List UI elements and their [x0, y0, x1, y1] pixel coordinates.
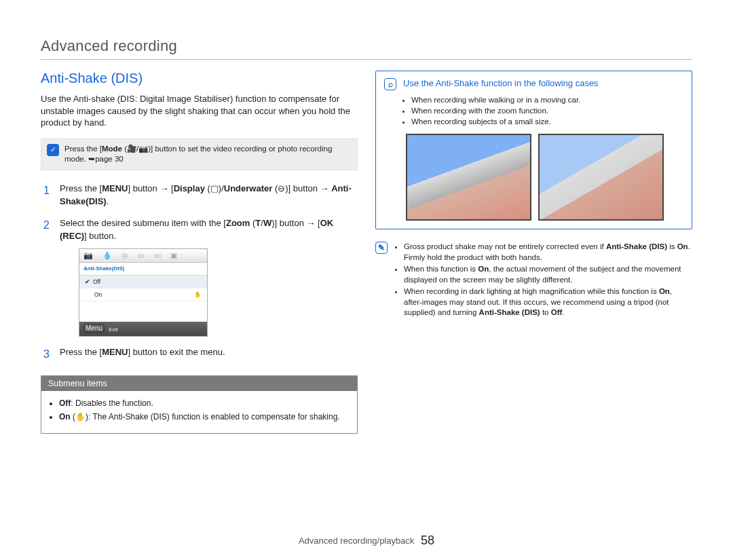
lcd-exit-bar: Menu Exit [79, 322, 207, 336]
footer-chapter: Advanced recording/playback [299, 536, 415, 546]
steps-list: Press the [MENU] button → [Display (▢)/U… [41, 183, 358, 359]
camera-icon: 📷 [83, 250, 93, 261]
step-3: Press the [MENU] button to exit the menu… [41, 346, 358, 359]
two-column-layout: Anti-Shake (DIS) Use the Anti-shake (DIS… [41, 71, 692, 434]
example-thumbnail-stable [538, 134, 664, 221]
divider [41, 59, 692, 60]
pencil-icon: ✎ [375, 242, 388, 254]
submenu-item-on: On (✋): The Anti-Shake (DIS) function is… [59, 411, 347, 422]
lcd-screenshot: 📷 💧 ◎ ▭ ▭ ▣ Anti-Shake(DIS) ✔ Off On [79, 248, 208, 337]
use-case-2: When recording with the zoom function. [411, 105, 683, 116]
clock-icon: ◎ [121, 250, 128, 261]
example-thumbnail-shaky [406, 134, 531, 221]
note-1: Gross product shake may not be entirely … [404, 242, 692, 263]
step-2: Select the desired submenu item with the… [41, 217, 358, 337]
submenu-items-box: Submenu items Off: Disables the function… [41, 375, 358, 434]
mode-note-text: Press the [Mode (🎥/📷)] button to set the… [64, 144, 350, 165]
notes-list: Gross product shake may not be entirely … [394, 242, 692, 320]
rect2-icon: ▭ [154, 250, 161, 261]
submenu-items-title: Submenu items [41, 376, 357, 391]
use-case-3: When recording subjects of a small size. [411, 116, 683, 127]
rect-icon: ▭ [138, 250, 145, 261]
lcd-tabs: 📷 💧 ◎ ▭ ▭ ▣ [79, 249, 207, 263]
lcd-row-on: On ✋ [79, 288, 207, 301]
checkmark-icon: ✔ [85, 278, 90, 286]
magnifier-icon: ⌕ [384, 78, 396, 90]
left-column: Anti-Shake (DIS) Use the Anti-shake (DIS… [41, 71, 358, 434]
right-column: ⌕ Use the Anti-Shake function in the fol… [375, 71, 692, 434]
section-title: Anti-Shake (DIS) [41, 71, 358, 86]
page-footer: Advanced recording/playback 58 [0, 534, 733, 548]
use-case-1: When recording while walking or in a mov… [411, 94, 683, 105]
submenu-items-body: Off: Disables the function. On (✋): The … [41, 391, 357, 433]
lcd-submenu-title: Anti-Shake(DIS) [79, 263, 207, 276]
menu-badge: Menu [83, 324, 105, 333]
use-cases-head: ⌕ Use the Anti-Shake function in the fol… [384, 78, 683, 90]
notes-box: ✎ Gross product shake may not be entirel… [375, 242, 692, 320]
check-icon: ✓ [47, 144, 59, 156]
chapter-title: Advanced recording [41, 37, 692, 55]
lcd-row-off: ✔ Off [79, 276, 207, 288]
use-cases-title: Use the Anti-Shake function in the follo… [403, 78, 599, 88]
note-2: When this function is On, the actual mov… [404, 264, 692, 285]
use-cases-list: When recording while walking or in a mov… [384, 94, 683, 127]
page-number: 58 [421, 534, 434, 547]
submenu-item-off: Off: Disables the function. [59, 398, 347, 409]
example-thumbnails [384, 134, 683, 221]
intro-paragraph: Use the Anti-shake (DIS: Digital Image S… [41, 93, 358, 129]
hand-icon: ✋ [194, 291, 202, 299]
picture-icon: ▣ [170, 250, 177, 261]
use-cases-box: ⌕ Use the Anti-Shake function in the fol… [375, 71, 692, 229]
step-1: Press the [MENU] button → [Display (▢)/U… [41, 183, 358, 208]
note-3: When recording in dark lighting at high … [404, 286, 692, 318]
mode-note-box: ✓ Press the [Mode (🎥/📷)] button to set t… [41, 138, 358, 170]
splash-icon: 💧 [102, 250, 112, 261]
